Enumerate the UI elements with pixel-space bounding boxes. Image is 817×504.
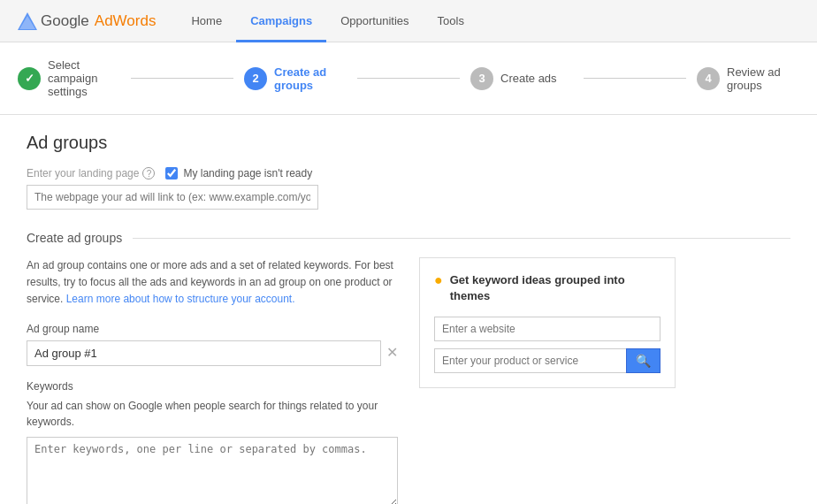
step-line-1 (131, 78, 233, 79)
step-review-ad-groups: 4 Review ad groups (697, 65, 799, 92)
search-button[interactable]: 🔍 (626, 348, 660, 373)
step-select-campaign: ✓ Select campaign settings (18, 58, 120, 98)
logo: Google AdWords (18, 12, 156, 30)
keywords-description: Your ad can show on Google when people s… (27, 398, 398, 430)
step-label-2: Create ad groups (274, 65, 347, 92)
landing-checkbox-row: My landing page isn't ready (165, 167, 312, 179)
page-title: Ad groups (27, 133, 790, 153)
step-circle-3: 3 (470, 67, 493, 90)
step-line-3 (584, 78, 686, 79)
keywords-textarea[interactable] (27, 437, 398, 504)
main-content: Ad groups Enter your landing page ? My l… (0, 115, 817, 504)
keyword-ideas-panel: ● Get keyword ideas grouped into themes … (419, 257, 676, 388)
logo-adwords: AdWords (95, 12, 157, 30)
create-ad-groups-label: Create ad groups (27, 231, 122, 245)
lightbulb-icon: ● (434, 272, 443, 288)
logo-icon (18, 12, 37, 30)
ad-group-name-row: ✕ (27, 340, 398, 366)
create-ad-groups-divider: Create ad groups (27, 231, 790, 245)
step-label-1: Select campaign settings (48, 58, 120, 98)
nav-tools[interactable]: Tools (424, 0, 478, 42)
left-column: An ad group contains one or more ads and… (27, 257, 398, 504)
ad-group-name-input[interactable] (27, 340, 381, 366)
panel-header: ● Get keyword ideas grouped into themes (434, 272, 660, 304)
product-search-row: 🔍 (434, 348, 660, 373)
learn-more-link[interactable]: Learn more about how to structure your a… (66, 293, 295, 305)
header: Google AdWords Home Campaigns Opportunit… (0, 0, 817, 42)
ad-group-name-label: Ad group name (27, 323, 398, 335)
panel-title: Get keyword ideas grouped into themes (450, 272, 660, 304)
website-input[interactable] (434, 317, 660, 341)
step-create-ads: 3 Create ads (470, 67, 573, 90)
nav-campaigns[interactable]: Campaigns (236, 0, 326, 42)
landing-checkbox-label: My landing page isn't ready (183, 167, 312, 179)
landing-checkbox[interactable] (165, 167, 178, 179)
step-circle-4: 4 (697, 67, 720, 90)
landing-label: Enter your landing page ? (27, 167, 155, 179)
step-circle-2: 2 (244, 67, 267, 90)
keywords-label: Keywords (27, 380, 398, 393)
step-label-4: Review ad groups (727, 65, 799, 92)
ad-group-description: An ad group contains one or more ads and… (27, 257, 398, 309)
clear-ad-group-icon[interactable]: ✕ (386, 346, 398, 360)
step-circle-1: ✓ (18, 67, 41, 90)
product-service-input[interactable] (434, 348, 626, 373)
right-column: ● Get keyword ideas grouped into themes … (419, 257, 676, 504)
landing-section: Enter your landing page ? My landing pag… (27, 167, 790, 210)
main-nav: Home Campaigns Opportunities Tools (177, 0, 477, 42)
stepper: ✓ Select campaign settings 2 Create ad g… (0, 42, 817, 115)
landing-page-input[interactable] (27, 185, 318, 210)
nav-opportunities[interactable]: Opportunities (326, 0, 423, 42)
two-column-layout: An ad group contains one or more ads and… (27, 257, 790, 504)
nav-home[interactable]: Home (177, 0, 236, 42)
divider-line (133, 238, 790, 239)
logo-google: Google (41, 12, 89, 30)
step-label-3: Create ads (500, 72, 557, 85)
landing-help-icon[interactable]: ? (142, 167, 155, 179)
step-create-ad-groups: 2 Create ad groups (244, 65, 347, 92)
step-line-2 (357, 78, 460, 79)
